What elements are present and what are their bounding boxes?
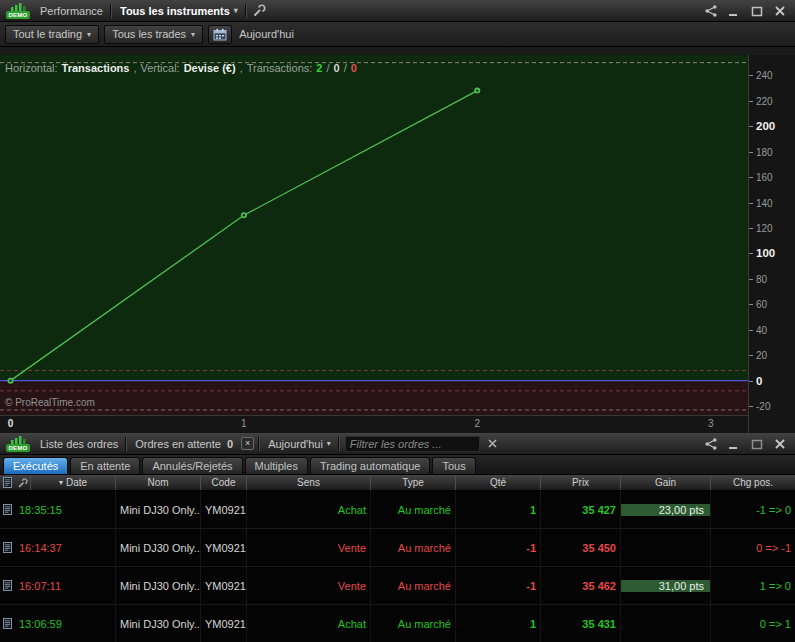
orders-table-header: ▾Date Nom Code Sens Type Qté Prix Gain C… [0,475,795,491]
y-axis-label: 140 [756,197,773,208]
transactions-win-count: 2 [316,62,322,74]
orders-titlebar: DEMO Liste des ordres Ordres en attente … [0,433,795,455]
instrument-selector-dropdown[interactable]: Tous les instruments ▾ [117,5,241,17]
chevron-down-icon: ▾ [234,6,238,15]
clear-filter-icon[interactable] [485,436,501,452]
tab-cancelled-rejected[interactable]: Annulés/Rejetés [142,457,242,474]
prorealtime-demo-logo: DEMO [4,3,32,19]
minimize-icon[interactable] [726,3,742,19]
logo-bars-icon [10,436,26,444]
order-date: 16:14:37 [15,529,115,566]
equity-curve-plot[interactable]: Horizontal: Transactions, Vertical: Devi… [0,55,748,415]
column-header-sens[interactable]: Sens [246,475,370,490]
share-icon[interactable] [703,3,719,19]
chart-info-header: Horizontal: Transactions, Vertical: Devi… [5,62,357,74]
period-dropdown-label: Aujourd'hui [268,438,323,450]
tab-automatic-trading[interactable]: Trading automatique [310,457,431,474]
pending-orders-count: 0 [227,438,233,450]
trades-filter-dropdown[interactable]: Tous les trades ▾ [104,25,203,44]
titlebar-separator [126,437,127,451]
column-header-nom[interactable]: Nom [115,475,200,490]
order-price: 35 462 [540,567,620,604]
y-axis-tick [749,253,753,254]
minimize-icon[interactable] [726,436,742,452]
order-row[interactable]: 16:14:37Mini DJ30 Only...YM0921VenteAu m… [0,529,795,567]
y-axis-tick [749,355,753,356]
document-icon [0,475,15,490]
sort-desc-icon: ▾ [59,478,63,487]
calendar-icon [213,28,227,41]
order-row[interactable]: 13:06:59Mini DJ30 Only...YM0921AchatAu m… [0,605,795,642]
tab-performance[interactable]: Performance [37,5,106,17]
y-axis-tick [749,177,753,178]
order-gain [620,605,710,642]
order-row[interactable]: 16:07:11Mini DJ30 Only...YM0921VenteAu m… [0,567,795,605]
order-quantity: -1 [455,567,540,604]
order-name: Mini DJ30 Only... [115,605,200,642]
tab-pending[interactable]: En attente [70,457,140,474]
order-type: Au marché [370,567,455,604]
order-date: 18:35:15 [15,491,115,528]
order-row[interactable]: 18:35:15Mini DJ30 Only...YM0921AchatAu m… [0,491,795,529]
y-axis-tick [749,406,753,407]
column-header-code[interactable]: Code [200,475,246,490]
chart-plot-column: Horizontal: Transactions, Vertical: Devi… [0,55,748,433]
order-date: 16:07:11 [15,567,115,604]
column-header-prix[interactable]: Prix [540,475,620,490]
column-header-gain[interactable]: Gain [620,475,710,490]
tab-orders-list[interactable]: Liste des ordres [37,438,121,450]
y-axis-label: 40 [756,324,767,335]
order-side: Vente [246,529,370,566]
close-icon[interactable] [772,436,788,452]
tab-all[interactable]: Tous [432,457,475,474]
chevron-down-icon: ▾ [327,439,331,448]
order-name: Mini DJ30 Only... [115,491,200,528]
horizontal-label: Horizontal: [5,62,58,74]
order-code: YM0921 [200,529,246,566]
tab-multiples[interactable]: Multiples [245,457,308,474]
close-pending-tab-icon[interactable]: × [241,437,254,450]
y-axis-label: 200 [756,120,775,132]
order-position-change: 0 => 1 [710,605,795,642]
titlebar-separator [339,437,340,451]
order-code: YM0921 [200,605,246,642]
y-axis-label: 220 [756,95,773,106]
order-price: 35 450 [540,529,620,566]
order-type: Au marché [370,491,455,528]
vertical-value: Devise (€) [184,62,236,74]
window-controls [703,436,788,452]
wrench-icon[interactable] [15,475,30,490]
filter-orders-input[interactable] [345,436,480,452]
close-icon[interactable] [772,3,788,19]
maximize-icon[interactable] [749,436,765,452]
column-header-chg-pos[interactable]: Chg pos. [710,475,795,490]
calendar-button[interactable] [208,25,232,44]
trades-filter-label: Tous les trades [112,28,186,40]
order-position-change: 0 => -1 [710,529,795,566]
column-header-qte[interactable]: Qté [455,475,540,490]
tab-executed[interactable]: Exécutés [3,457,68,474]
share-icon[interactable] [703,436,719,452]
trading-filter-dropdown[interactable]: Tout le trading ▾ [5,25,99,44]
wrench-icon[interactable] [252,3,268,19]
titlebar-separator [111,4,112,18]
trading-filter-label: Tout le trading [13,28,82,40]
logo-bars-icon [10,3,26,11]
tab-pending-orders[interactable]: Ordres en attente 0 [132,438,236,450]
y-axis-label: 180 [756,146,773,157]
column-header-date[interactable]: ▾Date [30,475,115,490]
transactions-label: Transactions: [247,62,313,74]
order-side: Achat [246,491,370,528]
column-header-type[interactable]: Type [370,475,455,490]
prorealtime-watermark: © ProRealTime.com [5,397,95,408]
y-axis-label: 160 [756,172,773,183]
instrument-selector-label: Tous les instruments [120,5,230,17]
performance-chart-area: Horizontal: Transactions, Vertical: Devi… [0,47,795,433]
demo-badge: DEMO [6,444,29,452]
orders-table-body: 18:35:15Mini DJ30 Only...YM0921AchatAu m… [0,491,795,642]
maximize-icon[interactable] [749,3,765,19]
equity-curve-svg [0,55,748,415]
performance-window: DEMO Performance Tous les instruments ▾ … [0,0,795,433]
period-dropdown[interactable]: Aujourd'hui ▾ [265,438,334,450]
order-position-change: 1 => 0 [710,567,795,604]
